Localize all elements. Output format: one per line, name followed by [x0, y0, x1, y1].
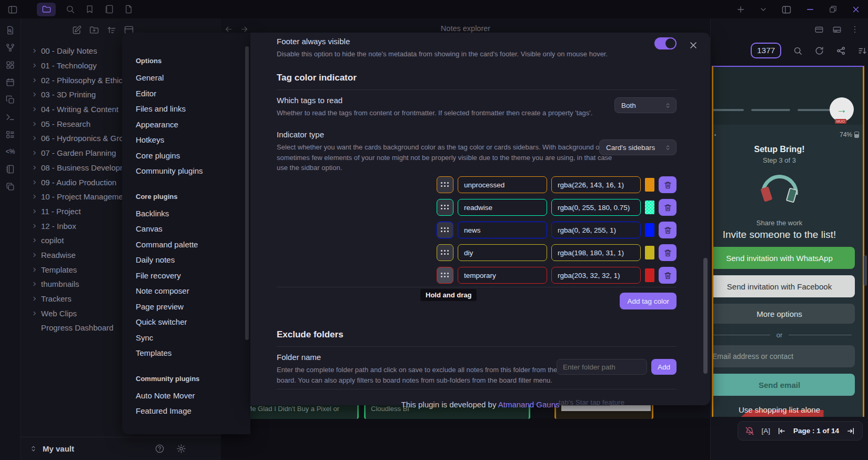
close-window-icon[interactable]: [851, 5, 861, 14]
note-card[interactable]: → MUO 74% Setup Bring! Step 3 of 3 Share…: [712, 66, 864, 417]
tag-rgba-input[interactable]: [551, 267, 641, 284]
tag-color-swatch[interactable]: [645, 178, 654, 192]
vault-name[interactable]: My vault: [43, 444, 74, 453]
chevron-right-icon[interactable]: [32, 121, 41, 127]
settings-nav-entry[interactable]: File recovery: [136, 268, 250, 284]
new-tab-icon[interactable]: [736, 5, 745, 14]
toggle-right-sidebar-icon[interactable]: [781, 4, 792, 15]
sort-desc-icon[interactable]: [857, 46, 867, 56]
settings-nav-entry[interactable]: Note composer: [136, 283, 250, 299]
chevron-right-icon[interactable]: [32, 135, 41, 141]
file-search-icon[interactable]: [4, 25, 17, 35]
folder-path-input[interactable]: [557, 359, 647, 375]
chevron-right-icon[interactable]: [32, 179, 41, 185]
settings-nav-entry[interactable]: Daily notes: [136, 252, 250, 268]
indicator-type-select[interactable]: Card's sidebars: [599, 139, 677, 155]
chevron-right-icon[interactable]: [32, 48, 41, 54]
copy-icon[interactable]: [4, 94, 17, 105]
settings-nav-entry[interactable]: Files and links: [136, 101, 250, 117]
delete-tag-button[interactable]: [659, 267, 677, 284]
drag-handle-icon[interactable]: [437, 199, 453, 216]
chevron-right-icon[interactable]: [32, 150, 41, 156]
tag-color-swatch[interactable]: [645, 246, 654, 259]
last-page-icon[interactable]: [846, 426, 855, 436]
settings-nav-entry[interactable]: Community plugins: [136, 163, 250, 179]
drag-handle-icon[interactable]: [437, 176, 453, 193]
new-folder-icon[interactable]: [89, 25, 99, 35]
kanban-list-icon[interactable]: [4, 129, 17, 139]
tag-color-swatch[interactable]: [645, 268, 654, 282]
first-page-icon[interactable]: [777, 426, 786, 436]
tab-list-icon[interactable]: [759, 5, 768, 14]
chevron-right-icon[interactable]: [32, 194, 41, 199]
dashboard-grid-icon[interactable]: [4, 59, 17, 70]
code-template-icon[interactable]: <%: [4, 146, 17, 157]
calendar-icon[interactable]: [4, 77, 17, 87]
settings-nav-entry[interactable]: Editor: [136, 86, 250, 102]
chevron-right-icon[interactable]: [32, 63, 41, 68]
card-view-icon[interactable]: [814, 25, 824, 34]
bookmark-icon[interactable]: [85, 4, 95, 14]
tag-name-input[interactable]: [458, 176, 547, 193]
settings-nav-entry[interactable]: Core plugins: [136, 148, 250, 164]
new-file-icon[interactable]: [124, 4, 134, 14]
card-footer-view-icon[interactable]: [832, 25, 842, 34]
add-folder-button[interactable]: Add: [651, 359, 677, 375]
chevron-right-icon[interactable]: [32, 92, 41, 97]
new-note-icon[interactable]: [72, 25, 82, 35]
notifications-off-icon[interactable]: [745, 426, 754, 436]
delete-tag-button[interactable]: [659, 222, 677, 238]
settings-nav-entry[interactable]: Core plugins: [136, 193, 250, 201]
chevron-right-icon[interactable]: [32, 208, 41, 214]
vault-switcher-icon[interactable]: [29, 445, 37, 453]
help-icon[interactable]: [155, 444, 165, 454]
tag-rgba-input[interactable]: [551, 244, 641, 261]
restore-icon[interactable]: [829, 5, 837, 14]
close-modal-icon[interactable]: [688, 40, 699, 51]
chevron-right-icon[interactable]: [32, 223, 41, 229]
nav-scrollbar[interactable]: [245, 46, 249, 340]
tag-rgba-input[interactable]: [551, 199, 641, 216]
note-count-badge[interactable]: 1377: [751, 43, 781, 58]
chevron-right-icon[interactable]: [32, 296, 41, 302]
email-input[interactable]: [712, 345, 855, 367]
settings-nav-entry[interactable]: Backlinks: [136, 206, 250, 222]
settings-nav-entry[interactable]: Page preview: [136, 299, 250, 315]
settings-nav-entry[interactable]: Sync: [136, 330, 250, 346]
tag-name-input[interactable]: [458, 199, 547, 216]
chevron-right-icon[interactable]: [32, 252, 41, 258]
tag-color-swatch[interactable]: [645, 201, 654, 214]
tag-rgba-input[interactable]: [551, 176, 641, 193]
duplicate-icon[interactable]: [4, 181, 17, 192]
chevron-right-icon[interactable]: [32, 267, 41, 273]
settings-nav-entry[interactable]: Appearance: [136, 117, 250, 133]
settings-gear-icon[interactable]: [176, 444, 186, 454]
tag-name-input[interactable]: [458, 244, 547, 261]
settings-nav-entry[interactable]: Templates: [136, 345, 250, 361]
files-tab-icon[interactable]: [37, 3, 56, 16]
chevron-right-icon[interactable]: [32, 281, 41, 287]
delete-tag-button[interactable]: [659, 199, 677, 216]
terminal-icon[interactable]: [4, 112, 17, 122]
settings-nav-entry[interactable]: Featured Image: [136, 403, 250, 419]
sort-order-icon[interactable]: [106, 25, 117, 35]
minimize-icon[interactable]: [805, 5, 815, 14]
chevron-right-icon[interactable]: [32, 311, 41, 316]
more-options-button[interactable]: More options: [712, 304, 855, 324]
tag-name-input[interactable]: [458, 267, 547, 284]
developer-link[interactable]: Atmanand Gauns: [498, 400, 560, 409]
settings-nav-entry[interactable]: Command palette: [136, 237, 250, 253]
search-icon[interactable]: [65, 4, 75, 14]
drag-handle-icon[interactable]: [437, 244, 453, 261]
tag-rgba-input[interactable]: [551, 222, 641, 238]
chevron-right-icon[interactable]: [32, 237, 41, 243]
chevron-right-icon[interactable]: [32, 77, 41, 83]
modal-scrollbar[interactable]: [703, 258, 708, 374]
notebook-icon[interactable]: [4, 164, 17, 174]
settings-nav-entry[interactable]: Quick switcher: [136, 314, 250, 330]
chevron-right-icon[interactable]: [32, 106, 41, 112]
journal-icon[interactable]: [104, 4, 114, 14]
tag-color-swatch[interactable]: [645, 223, 654, 237]
board-search-icon[interactable]: [793, 46, 803, 56]
settings-nav-entry[interactable]: Canvas: [136, 221, 250, 237]
